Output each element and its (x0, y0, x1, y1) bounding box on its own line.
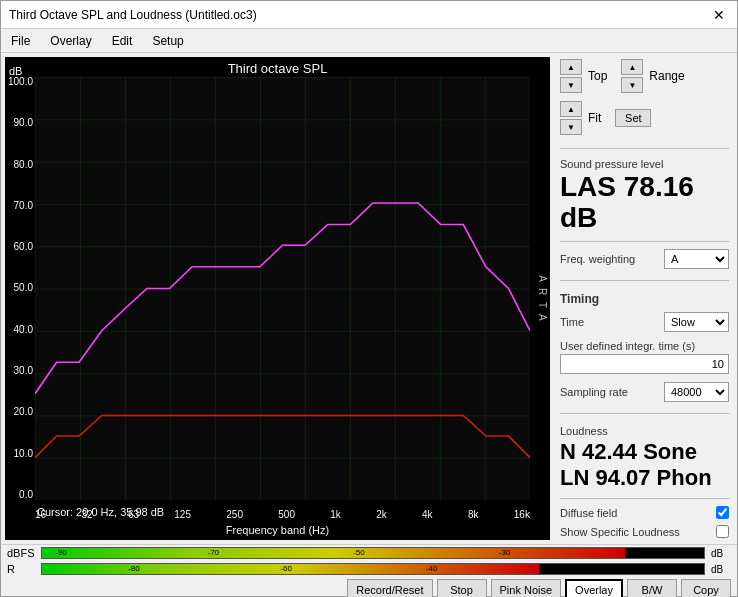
top-nav-group: ▲ ▼ (560, 59, 582, 93)
main-content: Third octave SPL dB A R T A 100.0 90.0 8… (1, 53, 737, 544)
fit-nav-group: ▲ ▼ (560, 101, 582, 135)
window-title: Third Octave SPL and Loudness (Untitled.… (9, 8, 257, 22)
fit-down-button[interactable]: ▼ (560, 119, 582, 135)
menu-edit[interactable]: Edit (106, 32, 139, 50)
sampling-rate-row: Sampling rate 44100 48000 96000 (560, 382, 729, 402)
record-reset-button[interactable]: Record/Reset (347, 579, 432, 597)
loudness-n-value: N 42.44 Sone (560, 439, 729, 465)
copy-button[interactable]: Copy (681, 579, 731, 597)
spl-section: Sound pressure level LAS 78.16 dB (560, 158, 729, 234)
y-label-80: 80.0 (14, 160, 33, 170)
db-end-label-left: dB (711, 548, 731, 559)
r-label: R (7, 563, 37, 575)
freq-weighting-row: Freq. weighting A B C D Z (560, 249, 729, 269)
y-label-30: 30.0 (14, 366, 33, 376)
meter-track-right: -80 -60 -40 -20 (41, 563, 705, 575)
sampling-rate-label: Sampling rate (560, 386, 628, 398)
diffuse-field-checkbox[interactable] (716, 506, 729, 519)
menu-bar: File Overlay Edit Setup (1, 29, 737, 53)
chart-svg (35, 77, 530, 500)
loudness-ln-value: LN 94.07 Phon (560, 465, 729, 491)
bottom-bar: dBFS -90 -70 -50 -30 -10 dB R -80 (1, 544, 737, 596)
time-select[interactable]: Fast Slow Impulse (664, 312, 729, 332)
timing-label: Timing (560, 292, 729, 306)
y-label-70: 70.0 (14, 201, 33, 211)
y-label-50: 50.0 (14, 283, 33, 293)
x-axis-title: Frequency band (Hz) (226, 524, 329, 536)
top-label: Top (584, 69, 611, 83)
title-bar: Third Octave SPL and Loudness (Untitled.… (1, 1, 737, 29)
time-label: Time (560, 316, 584, 328)
freq-weighting-select[interactable]: A B C D Z (664, 249, 729, 269)
main-window: Third Octave SPL and Loudness (Untitled.… (0, 0, 738, 597)
loudness-label: Loudness (560, 425, 729, 437)
sampling-rate-select[interactable]: 44100 48000 96000 (664, 382, 729, 402)
show-specific-row: Show Specific Loudness (560, 525, 729, 538)
divider-1 (560, 148, 729, 149)
stop-button[interactable]: Stop (437, 579, 487, 597)
spl-label: Sound pressure level (560, 158, 729, 170)
y-label-40: 40.0 (14, 325, 33, 335)
divider-5 (560, 498, 729, 499)
cursor-info: Cursor: 20.0 Hz, 35.98 dB (37, 506, 164, 518)
overlay-button[interactable]: Overlay (565, 579, 623, 597)
meter-track-left: -90 -70 -50 -30 -10 (41, 547, 705, 559)
right-panel: ▲ ▼ Top ▲ ▼ Range ▲ ▼ (552, 53, 737, 544)
range-nav-group: ▲ ▼ (621, 59, 643, 93)
menu-file[interactable]: File (5, 32, 36, 50)
fit-label: Fit (584, 111, 605, 125)
menu-setup[interactable]: Setup (146, 32, 189, 50)
chart-area: Third octave SPL dB A R T A 100.0 90.0 8… (5, 57, 550, 540)
spl-value: LAS 78.16 dB (560, 172, 729, 234)
y-label-100: 100.0 (8, 77, 33, 87)
top-down-button[interactable]: ▼ (560, 77, 582, 93)
user-integr-row: User defined integr. time (s) 10 (560, 340, 729, 374)
meter-right-row: R -80 -60 -40 -20 dB (1, 561, 737, 577)
top-up-button[interactable]: ▲ (560, 59, 582, 75)
y-label-20: 20.0 (14, 407, 33, 417)
dbfs-label: dBFS (7, 547, 37, 559)
pink-noise-button[interactable]: Pink Noise (491, 579, 562, 597)
y-label-90: 90.0 (14, 118, 33, 128)
menu-overlay[interactable]: Overlay (44, 32, 97, 50)
close-button[interactable]: ✕ (709, 5, 729, 25)
fit-up-button[interactable]: ▲ (560, 101, 582, 117)
svg-rect-4 (35, 77, 530, 500)
divider-4 (560, 413, 729, 414)
chart-title: Third octave SPL (228, 61, 328, 76)
y-axis: 100.0 90.0 80.0 70.0 60.0 50.0 40.0 30.0… (5, 77, 35, 500)
time-row: Time Fast Slow Impulse (560, 312, 729, 332)
set-button[interactable]: Set (615, 109, 651, 127)
show-specific-checkbox[interactable] (716, 525, 729, 538)
bw-button[interactable]: B/W (627, 579, 677, 597)
y-label-60: 60.0 (14, 242, 33, 252)
diffuse-field-label: Diffuse field (560, 507, 617, 519)
range-label: Range (645, 69, 688, 83)
loudness-section: Loudness N 42.44 Sone LN 94.07 Phon (560, 425, 729, 492)
arta-label: A R T A (537, 275, 548, 323)
buttons-row: Record/Reset Stop Pink Noise Overlay B/W… (1, 577, 737, 597)
user-integr-input[interactable]: 10 (560, 354, 729, 374)
divider-2 (560, 241, 729, 242)
y-label-10: 10.0 (14, 449, 33, 459)
range-up-button[interactable]: ▲ (621, 59, 643, 75)
divider-3 (560, 280, 729, 281)
meter-left-row: dBFS -90 -70 -50 -30 -10 dB (1, 545, 737, 561)
range-down-button[interactable]: ▼ (621, 77, 643, 93)
y-label-0: 0.0 (19, 490, 33, 500)
db-end-label-right: dB (711, 564, 731, 575)
diffuse-field-row: Diffuse field (560, 506, 729, 519)
show-specific-label: Show Specific Loudness (560, 526, 680, 538)
freq-weighting-label: Freq. weighting (560, 253, 635, 265)
user-integr-label: User defined integr. time (s) (560, 340, 695, 352)
